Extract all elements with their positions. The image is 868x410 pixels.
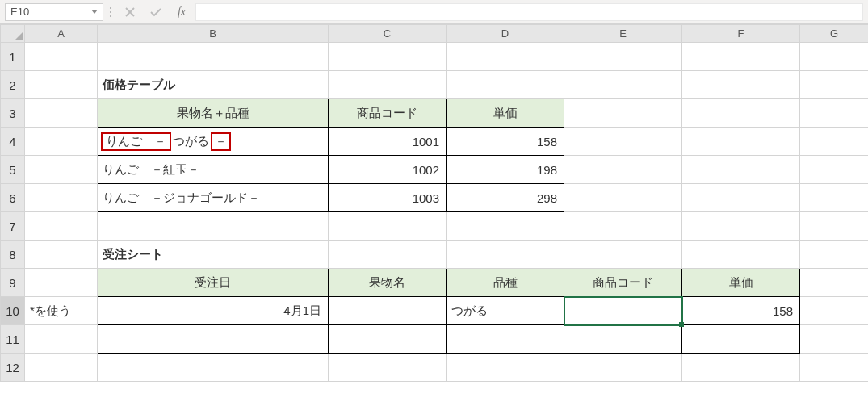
cell[interactable] <box>800 269 869 297</box>
price-hdr-code[interactable]: 商品コード <box>329 99 447 128</box>
col-hdr-A[interactable]: A <box>25 25 98 43</box>
cell[interactable] <box>800 241 869 269</box>
cell[interactable] <box>564 354 682 382</box>
cell[interactable] <box>25 269 98 297</box>
row-hdr-5[interactable]: 5 <box>1 156 25 184</box>
order-row-note[interactable]: *を使う <box>25 297 98 325</box>
cell[interactable] <box>25 354 98 382</box>
cell[interactable] <box>800 325 869 354</box>
cell[interactable] <box>447 354 564 382</box>
price-row-2-name[interactable]: りんご －紅玉－ <box>98 156 329 184</box>
order-row-variety[interactable]: つがる <box>447 297 564 325</box>
order-sheet-title[interactable]: 受注シート <box>98 241 329 269</box>
cell[interactable] <box>564 99 682 128</box>
cell[interactable] <box>800 156 869 184</box>
price-row-3-price[interactable]: 298 <box>447 184 564 212</box>
cell[interactable] <box>447 43 564 71</box>
cell[interactable] <box>25 184 98 212</box>
order-row2-price[interactable] <box>682 325 800 354</box>
price-row-3-name[interactable]: りんご －ジョナゴールド－ <box>98 184 329 212</box>
cell[interactable] <box>682 241 800 269</box>
cell[interactable] <box>25 71 98 99</box>
cell[interactable] <box>25 156 98 184</box>
order-hdr-price[interactable]: 単価 <box>682 269 800 297</box>
order-hdr-variety[interactable]: 品種 <box>447 269 564 297</box>
spreadsheet-grid[interactable]: A B C D E F G 1 2 価格テーブル <box>0 24 868 382</box>
row-hdr-8[interactable]: 8 <box>1 241 25 269</box>
cell[interactable] <box>329 241 447 269</box>
price-row-1-price[interactable]: 158 <box>447 128 564 156</box>
cancel-icon[interactable] <box>123 5 137 19</box>
cell[interactable] <box>564 184 682 212</box>
cell[interactable] <box>800 184 869 212</box>
cell[interactable] <box>564 128 682 156</box>
cell[interactable] <box>564 156 682 184</box>
order-hdr-code[interactable]: 商品コード <box>564 269 682 297</box>
cell[interactable] <box>564 212 682 241</box>
cell[interactable] <box>25 241 98 269</box>
cell[interactable] <box>800 212 869 241</box>
row-hdr-3[interactable]: 3 <box>1 99 25 128</box>
order-row-price[interactable]: 158 <box>682 297 800 325</box>
price-row-1-name[interactable]: りんご － つがる － <box>98 128 329 156</box>
fx-icon[interactable]: fx <box>174 5 189 19</box>
cell[interactable] <box>682 71 800 99</box>
cell[interactable] <box>564 241 682 269</box>
col-hdr-G[interactable]: G <box>800 25 869 43</box>
customize-quick-icon[interactable] <box>110 7 111 17</box>
select-all-corner[interactable] <box>1 25 25 43</box>
cell[interactable] <box>800 99 869 128</box>
cell[interactable] <box>447 212 564 241</box>
row-hdr-2[interactable]: 2 <box>1 71 25 99</box>
order-hdr-fruit[interactable]: 果物名 <box>329 269 447 297</box>
row-hdr-4[interactable]: 4 <box>1 128 25 156</box>
cell[interactable] <box>682 156 800 184</box>
order-row2-date[interactable] <box>98 325 329 354</box>
price-hdr-name[interactable]: 果物名＋品種 <box>98 99 329 128</box>
cell[interactable] <box>800 354 869 382</box>
cell[interactable] <box>25 325 98 354</box>
col-hdr-D[interactable]: D <box>447 25 564 43</box>
cell[interactable] <box>800 128 869 156</box>
row-hdr-10[interactable]: 10 <box>1 297 25 325</box>
cell[interactable] <box>329 212 447 241</box>
cell[interactable] <box>447 71 564 99</box>
formula-input[interactable] <box>195 3 863 21</box>
chevron-down-icon[interactable] <box>91 10 98 14</box>
col-hdr-F[interactable]: F <box>682 25 800 43</box>
cell[interactable] <box>329 71 447 99</box>
cell[interactable] <box>329 354 447 382</box>
enter-icon[interactable] <box>149 5 163 19</box>
cell[interactable] <box>800 71 869 99</box>
cell[interactable] <box>25 99 98 128</box>
cell[interactable] <box>682 99 800 128</box>
row-hdr-9[interactable]: 9 <box>1 269 25 297</box>
row-hdr-12[interactable]: 12 <box>1 354 25 382</box>
cell[interactable] <box>564 71 682 99</box>
price-row-1-code[interactable]: 1001 <box>329 128 447 156</box>
col-hdr-B[interactable]: B <box>98 25 329 43</box>
price-row-2-price[interactable]: 198 <box>447 156 564 184</box>
cell[interactable] <box>800 43 869 71</box>
order-row2-fruit[interactable] <box>329 325 447 354</box>
price-row-2-code[interactable]: 1002 <box>329 156 447 184</box>
cell[interactable] <box>682 128 800 156</box>
row-hdr-1[interactable]: 1 <box>1 43 25 71</box>
order-row-fruit[interactable] <box>329 297 447 325</box>
col-hdr-C[interactable]: C <box>329 25 447 43</box>
cell[interactable] <box>329 43 447 71</box>
name-box[interactable]: E10 <box>5 3 103 21</box>
price-hdr-price[interactable]: 単価 <box>447 99 564 128</box>
col-hdr-E[interactable]: E <box>564 25 682 43</box>
cell[interactable] <box>682 354 800 382</box>
cell[interactable] <box>682 212 800 241</box>
row-hdr-6[interactable]: 6 <box>1 184 25 212</box>
cell[interactable] <box>682 43 800 71</box>
order-row-date[interactable]: 4月1日 <box>98 297 329 325</box>
order-row2-code[interactable] <box>564 325 682 354</box>
cell[interactable] <box>98 354 329 382</box>
row-hdr-11[interactable]: 11 <box>1 325 25 354</box>
order-row-code[interactable] <box>564 297 682 325</box>
order-hdr-date[interactable]: 受注日 <box>98 269 329 297</box>
cell[interactable] <box>25 212 98 241</box>
